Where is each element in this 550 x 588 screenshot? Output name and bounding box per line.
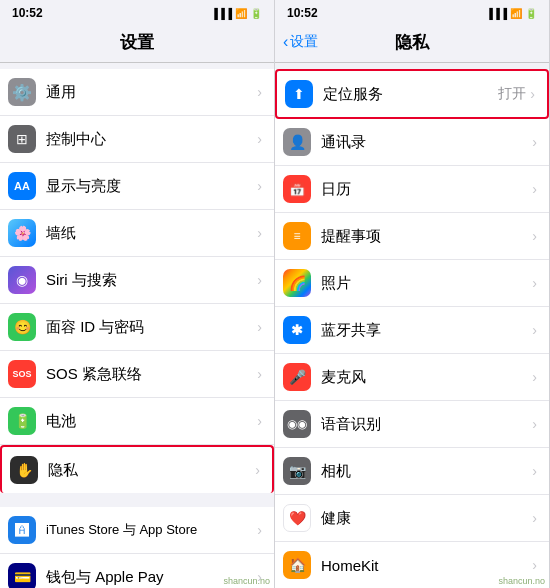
nav-bar-right: ‹ 设置 隐私 xyxy=(275,24,549,62)
time-right: 10:52 xyxy=(287,6,318,20)
sos-label: SOS 紧急联络 xyxy=(46,365,257,384)
chevron-siri: › xyxy=(257,272,262,288)
list-item-battery[interactable]: 🔋 电池 › xyxy=(0,398,274,445)
contacts-icon: 👤 xyxy=(283,128,311,156)
camera-icon: 📷 xyxy=(283,457,311,485)
wifi-icon-r: 📶 xyxy=(510,8,522,19)
sos-icon: SOS xyxy=(8,360,36,388)
chevron-photos: › xyxy=(532,275,537,291)
left-scroll[interactable]: ⚙️ 通用 › ⊞ 控制中心 › AA 显示与亮度 › xyxy=(0,63,274,588)
list-item-wallpaper[interactable]: 🌸 墙纸 › xyxy=(0,210,274,257)
privacy-section: ⬆ 定位服务 打开 › 👤 通讯录 › 📅 日历 › xyxy=(275,69,549,588)
chevron-general: › xyxy=(257,84,262,100)
chevron-speech: › xyxy=(532,416,537,432)
list-item-contacts[interactable]: 👤 通讯录 › xyxy=(275,119,549,166)
list-item-health[interactable]: ❤️ 健康 › xyxy=(275,495,549,542)
chevron-faceid: › xyxy=(257,319,262,335)
display-label: 显示与亮度 xyxy=(46,177,257,196)
list-item-bluetooth[interactable]: ✱ 蓝牙共享 › xyxy=(275,307,549,354)
list-item-privacy[interactable]: ✋ 隐私 › xyxy=(0,445,274,493)
wallpaper-icon: 🌸 xyxy=(8,219,36,247)
signal-icon-r: ▐▐▐ xyxy=(486,8,507,19)
chevron-calendar: › xyxy=(532,181,537,197)
health-label: 健康 xyxy=(321,509,532,528)
wallpaper-label: 墙纸 xyxy=(46,224,257,243)
photos-icon: 🌈 xyxy=(283,269,311,297)
itunes-label: iTunes Store 与 App Store xyxy=(46,521,257,539)
speech-label: 语音识别 xyxy=(321,415,532,434)
itunes-icon: 🅰 xyxy=(8,516,36,544)
general-label: 通用 xyxy=(46,83,257,102)
chevron-sos: › xyxy=(257,366,262,382)
control-icon: ⊞ xyxy=(8,125,36,153)
wifi-icon: 📶 xyxy=(235,8,247,19)
chevron-reminders: › xyxy=(532,228,537,244)
health-icon: ❤️ xyxy=(283,504,311,532)
right-scroll[interactable]: ⬆ 定位服务 打开 › 👤 通讯录 › 📅 日历 › xyxy=(275,63,549,588)
back-label: 设置 xyxy=(290,33,318,51)
list-item-sos[interactable]: SOS SOS 紧急联络 › xyxy=(0,351,274,398)
chevron-health: › xyxy=(532,510,537,526)
chevron-privacy: › xyxy=(255,462,260,478)
control-label: 控制中心 xyxy=(46,130,257,149)
battery-icon-r: 🔋 xyxy=(525,8,537,19)
microphone-label: 麦克风 xyxy=(321,368,532,387)
status-icons-left: ▐▐▐ 📶 🔋 xyxy=(211,8,262,19)
chevron-contacts: › xyxy=(532,134,537,150)
battery-icon-item: 🔋 xyxy=(8,407,36,435)
chevron-bluetooth: › xyxy=(532,322,537,338)
list-item-faceid[interactable]: 😊 面容 ID 与密码 › xyxy=(0,304,274,351)
chevron-itunes: › xyxy=(257,522,262,538)
list-item-general[interactable]: ⚙️ 通用 › xyxy=(0,69,274,116)
wallet-icon: 💳 xyxy=(8,563,36,588)
location-icon: ⬆ xyxy=(285,80,313,108)
bluetooth-icon: ✱ xyxy=(283,316,311,344)
photos-label: 照片 xyxy=(321,274,532,293)
microphone-icon: 🎤 xyxy=(283,363,311,391)
list-item-location[interactable]: ⬆ 定位服务 打开 › xyxy=(275,69,549,119)
location-value: 打开 xyxy=(498,85,526,103)
homekit-label: HomeKit xyxy=(321,557,532,574)
back-chevron-icon: ‹ xyxy=(283,33,288,51)
list-item-calendar[interactable]: 📅 日历 › xyxy=(275,166,549,213)
list-item-control[interactable]: ⊞ 控制中心 › xyxy=(0,116,274,163)
nav-title-left: 设置 xyxy=(120,31,154,54)
bluetooth-label: 蓝牙共享 xyxy=(321,321,532,340)
settings-section-1: ⚙️ 通用 › ⊞ 控制中心 › AA 显示与亮度 › xyxy=(0,69,274,493)
calendar-icon: 📅 xyxy=(283,175,311,203)
general-icon: ⚙️ xyxy=(8,78,36,106)
faceid-icon: 😊 xyxy=(8,313,36,341)
reminders-label: 提醒事项 xyxy=(321,227,532,246)
siri-label: Siri 与搜索 xyxy=(46,271,257,290)
chevron-control: › xyxy=(257,131,262,147)
list-item-photos[interactable]: 🌈 照片 › xyxy=(275,260,549,307)
display-icon: AA xyxy=(8,172,36,200)
chevron-wallpaper: › xyxy=(257,225,262,241)
status-bar-right: 10:52 ▐▐▐ 📶 🔋 xyxy=(275,0,549,24)
list-item-camera[interactable]: 📷 相机 › xyxy=(275,448,549,495)
list-item-siri[interactable]: ◉ Siri 与搜索 › xyxy=(0,257,274,304)
contacts-label: 通讯录 xyxy=(321,133,532,152)
right-panel: 10:52 ▐▐▐ 📶 🔋 ‹ 设置 隐私 ⬆ 定位服务 打开 › xyxy=(275,0,550,588)
list-item-itunes[interactable]: 🅰 iTunes Store 与 App Store › xyxy=(0,507,274,554)
chevron-battery: › xyxy=(257,413,262,429)
list-item-speech[interactable]: ◉◉ 语音识别 › xyxy=(275,401,549,448)
siri-icon: ◉ xyxy=(8,266,36,294)
back-button[interactable]: ‹ 设置 xyxy=(283,33,318,51)
speech-icon: ◉◉ xyxy=(283,410,311,438)
camera-label: 相机 xyxy=(321,462,532,481)
privacy-icon: ✋ xyxy=(10,456,38,484)
list-item-reminders[interactable]: ≡ 提醒事项 › xyxy=(275,213,549,260)
signal-icon: ▐▐▐ xyxy=(211,8,232,19)
chevron-homekit: › xyxy=(532,557,537,573)
nav-title-right: 隐私 xyxy=(395,31,429,54)
homekit-icon: 🏠 xyxy=(283,551,311,579)
list-item-microphone[interactable]: 🎤 麦克风 › xyxy=(275,354,549,401)
nav-bar-left: 设置 xyxy=(0,24,274,62)
list-item-display[interactable]: AA 显示与亮度 › xyxy=(0,163,274,210)
watermark-right: shancun.no xyxy=(498,576,545,586)
battery-label: 电池 xyxy=(46,412,257,431)
reminders-icon: ≡ xyxy=(283,222,311,250)
faceid-label: 面容 ID 与密码 xyxy=(46,318,257,337)
status-icons-right: ▐▐▐ 📶 🔋 xyxy=(486,8,537,19)
